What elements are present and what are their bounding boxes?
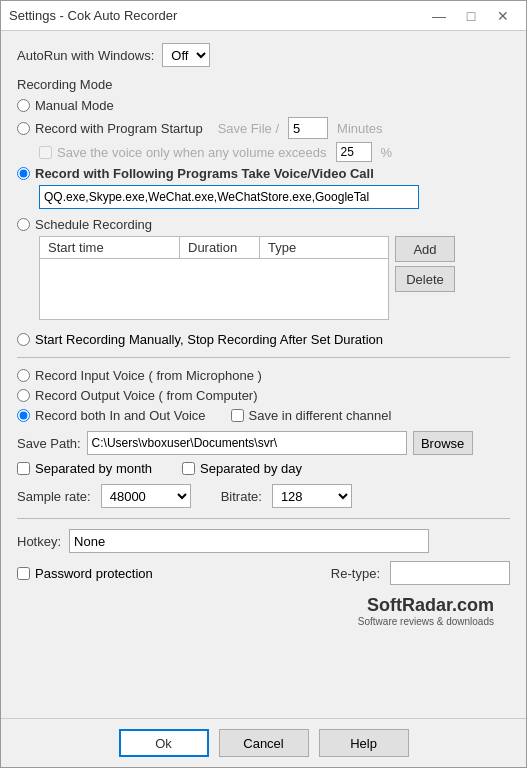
delete-button[interactable]: Delete [395, 266, 455, 292]
radio-both-voice-label[interactable]: Record both In and Out Voice [35, 408, 206, 423]
radio-manual-label[interactable]: Manual Mode [35, 98, 114, 113]
radio-following: Record with Following Programs Take Voic… [17, 166, 510, 181]
radio-following-label[interactable]: Record with Following Programs Take Voic… [35, 166, 374, 181]
following-row: Record with Following Programs Take Voic… [17, 166, 510, 213]
hotkey-input[interactable] [69, 529, 429, 553]
bitrate-label: Bitrate: [221, 489, 262, 504]
diff-channel-label[interactable]: Save in different channel [249, 408, 392, 423]
radio-output-voice-input[interactable] [17, 389, 30, 402]
password-label[interactable]: Password protection [35, 566, 153, 581]
sample-rate-row: Sample rate: 8000 16000 22050 44100 4800… [17, 484, 510, 508]
browse-button[interactable]: Browse [413, 431, 473, 455]
window-title: Settings - Cok Auto Recorder [9, 8, 424, 23]
save-voice-row: Save the voice only when any volume exce… [39, 142, 510, 162]
diff-channel-checkbox[interactable] [231, 409, 244, 422]
sep-day-checkbox[interactable] [182, 462, 195, 475]
radio-schedule: Schedule Recording [17, 217, 510, 232]
help-button[interactable]: Help [319, 729, 409, 757]
softRadar-sub: Software reviews & downloads [17, 616, 510, 631]
titlebar: Settings - Cok Auto Recorder — □ ✕ [1, 1, 526, 31]
manually-row: Start Recording Manually, Stop Recording… [17, 332, 510, 347]
schedule-table-body [40, 259, 388, 319]
sample-rate-label: Sample rate: [17, 489, 91, 504]
radio-output-voice-label[interactable]: Record Output Voice ( from Computer) [35, 388, 258, 403]
save-path-input[interactable] [87, 431, 407, 455]
minimize-button[interactable]: — [424, 5, 454, 27]
radio-startup-label[interactable]: Record with Program Startup [35, 121, 203, 136]
percent-label: % [381, 145, 393, 160]
password-item: Password protection [17, 566, 153, 581]
schedule-table-container: Start time Duration Type Add Delete [39, 236, 510, 320]
hotkey-label: Hotkey: [17, 534, 61, 549]
schedule-table: Start time Duration Type [39, 236, 389, 320]
recording-mode-label: Recording Mode [17, 77, 510, 92]
col-start-time: Start time [40, 237, 180, 258]
save-voice-checkbox[interactable] [39, 146, 52, 159]
save-file-input[interactable] [288, 117, 328, 139]
schedule-table-section: Start time Duration Type Add Delete [39, 236, 510, 320]
radio-both-voice: Record both In and Out Voice Save in dif… [17, 408, 510, 423]
settings-window: Settings - Cok Auto Recorder — □ ✕ AutoR… [0, 0, 527, 768]
checkboxes-row: Separated by month Separated by day [17, 461, 510, 476]
autorun-label: AutoRun with Windows: [17, 48, 154, 63]
startup-row: Record with Program Startup Save File / … [17, 117, 510, 162]
autorun-select[interactable]: Off On [162, 43, 210, 67]
schedule-section: Schedule Recording Start time Duration T… [17, 217, 510, 320]
divider-2 [17, 518, 510, 519]
save-path-label: Save Path: [17, 436, 81, 451]
save-file-label: Save File / [218, 121, 279, 136]
radio-input-voice-label[interactable]: Record Input Voice ( from Microphone ) [35, 368, 262, 383]
col-type: Type [260, 237, 360, 258]
radio-schedule-label[interactable]: Schedule Recording [35, 217, 152, 232]
sep-month-label[interactable]: Separated by month [35, 461, 152, 476]
radio-manually-input[interactable] [17, 333, 30, 346]
sep-month-checkbox[interactable] [17, 462, 30, 475]
sep-day-item: Separated by day [182, 461, 302, 476]
radio-schedule-input[interactable] [17, 218, 30, 231]
sep-month-item: Separated by month [17, 461, 152, 476]
radio-output-voice: Record Output Voice ( from Computer) [17, 388, 510, 403]
radio-startup: Record with Program Startup Save File / … [17, 117, 510, 139]
password-row: Password protection Re-type: [17, 561, 510, 585]
radio-input-voice: Record Input Voice ( from Microphone ) [17, 368, 510, 383]
settings-content: AutoRun with Windows: Off On Recording M… [1, 31, 526, 718]
voice-section: Record Input Voice ( from Microphone ) R… [17, 368, 510, 423]
radio-following-input[interactable] [17, 167, 30, 180]
maximize-button[interactable]: □ [456, 5, 486, 27]
bitrate-select[interactable]: 64 128 192 256 320 [272, 484, 352, 508]
radio-manual-input[interactable] [17, 99, 30, 112]
titlebar-buttons: — □ ✕ [424, 5, 518, 27]
close-button[interactable]: ✕ [488, 5, 518, 27]
radio-both-voice-input[interactable] [17, 409, 30, 422]
radio-manual: Manual Mode [17, 98, 510, 113]
autorun-row: AutoRun with Windows: Off On [17, 43, 510, 67]
hotkey-row: Hotkey: [17, 529, 510, 553]
save-voice-label: Save the voice only when any volume exce… [57, 145, 327, 160]
ok-button[interactable]: Ok [119, 729, 209, 757]
save-voice-value[interactable] [336, 142, 372, 162]
radio-startup-input[interactable] [17, 122, 30, 135]
schedule-buttons: Add Delete [395, 236, 455, 320]
sample-rate-select[interactable]: 8000 16000 22050 44100 48000 [101, 484, 191, 508]
minutes-label: Minutes [337, 121, 383, 136]
recording-mode-group: Manual Mode Record with Program Startup … [17, 98, 510, 347]
softRadar-name: SoftRadar.com [17, 593, 510, 616]
radio-manually-label[interactable]: Start Recording Manually, Stop Recording… [35, 332, 383, 347]
radio-input-voice-input[interactable] [17, 369, 30, 382]
cancel-button[interactable]: Cancel [219, 729, 309, 757]
add-button[interactable]: Add [395, 236, 455, 262]
password-checkbox[interactable] [17, 567, 30, 580]
save-path-row: Save Path: Browse [17, 431, 510, 455]
col-duration: Duration [180, 237, 260, 258]
bottom-buttons: Ok Cancel Help [1, 718, 526, 767]
programs-input[interactable] [39, 185, 419, 209]
schedule-table-header: Start time Duration Type [40, 237, 388, 259]
retype-input[interactable] [390, 561, 510, 585]
sep-day-label[interactable]: Separated by day [200, 461, 302, 476]
divider-1 [17, 357, 510, 358]
retype-label: Re-type: [331, 566, 380, 581]
